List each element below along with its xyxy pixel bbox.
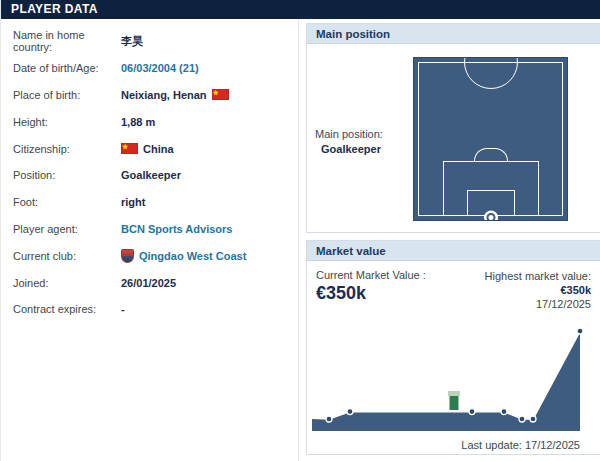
current-market-value: €350k [316,283,426,304]
row-label: Date of birth/Age: [13,62,121,74]
highest-market-value-label: Highest market value: [485,269,591,283]
row-label: Current club: [13,250,121,262]
page-title: PLAYER DATA [11,2,98,16]
row-value: 26/01/2025 [121,277,176,289]
main-position-label-block: Main position: Goalkeeper [315,128,411,155]
club-transfer-marker-icon[interactable] [448,391,460,410]
row-label: Name in home country: [13,29,121,53]
row-value: Neixiang, Henan [121,89,229,101]
table-row-position: Position: Goalkeeper [1,162,298,189]
market-value-data-point[interactable] [530,416,536,422]
market-value-data-point[interactable] [577,328,583,334]
market-value-header: Market value [307,241,600,261]
page-title-bar: PLAYER DATA [1,0,600,19]
market-value-line [312,331,580,419]
date-of-birth-link[interactable]: 06/03/2004 (21) [121,62,199,74]
market-value-panel: Market value Current Market Value : €350… [306,240,600,455]
table-row-contract-expires: Contract expires: - [1,296,298,323]
market-value-data-point[interactable] [347,409,353,415]
table-row-place-of-birth: Place of birth: Neixiang, Henan [1,82,298,109]
row-label: Place of birth: [13,89,121,101]
citizenship-text: China [143,143,174,155]
row-value: Goalkeeper [121,169,181,181]
market-value-summary: Current Market Value : €350k Highest mar… [307,261,600,311]
player-profile-page: PLAYER DATA Name in home country: 李昊 Dat… [0,0,600,461]
row-value: - [121,303,125,315]
market-value-data-point[interactable] [519,416,525,422]
row-label: Player agent: [13,223,121,235]
main-position-value: Goalkeeper [321,143,411,155]
current-club-link[interactable]: Qingdao West Coast [121,249,246,263]
row-value: 李昊 [121,34,143,49]
table-row-height: Height: 1,88 m [1,108,298,135]
pitch-penalty-arc [474,148,508,161]
table-row-joined: Joined: 26/01/2025 [1,269,298,296]
row-value: China [121,143,174,155]
market-value-chart[interactable] [312,329,597,433]
row-label: Citizenship: [13,143,121,155]
market-value-data-point[interactable] [469,409,475,415]
row-label: Height: [13,116,121,128]
table-row-date-of-birth: Date of birth/Age: 06/03/2004 (21) [1,55,298,82]
table-row-current-club: Current club: Qingdao West Coast [1,242,298,269]
row-label: Foot: [13,196,121,208]
main-position-body: Main position: Goalkeeper [307,44,600,232]
place-of-birth-text: Neixiang, Henan [121,89,207,101]
row-label: Joined: [13,277,121,289]
table-row-player-agent: Player agent: BCN Sports Advisors [1,216,298,243]
market-value-data-point[interactable] [326,416,332,422]
pitch-graphic [413,57,568,221]
market-value-area [312,331,580,431]
row-label: Contract expires: [13,303,121,315]
last-update-text: Last update: 17/12/2025 [461,439,580,451]
table-row-citizenship: Citizenship: China [1,135,298,162]
highest-market-value-date: 17/12/2025 [485,297,591,311]
row-value: 1,88 m [121,116,155,128]
player-agent-link[interactable]: BCN Sports Advisors [121,223,232,235]
table-row-name-home-country: Name in home country: 李昊 [1,28,298,55]
main-position-label: Main position: [315,128,411,140]
china-flag-icon [212,89,229,100]
club-crest-icon [121,249,134,263]
goalkeeper-position-marker [486,213,495,221]
current-club-text: Qingdao West Coast [139,250,246,262]
table-row-foot: Foot: right [1,189,298,216]
row-value: right [121,196,145,208]
highest-market-value-block: Highest market value: €350k 17/12/2025 [485,269,591,311]
market-value-data-point[interactable] [501,409,507,415]
player-data-panel: Name in home country: 李昊 Date of birth/A… [1,19,299,461]
current-market-value-label: Current Market Value : [316,269,426,281]
current-market-value-block: Current Market Value : €350k [316,269,426,311]
main-position-panel: Main position Main position: Goalkeeper [306,23,600,233]
china-flag-icon [121,143,138,154]
highest-market-value: €350k [485,283,591,297]
row-label: Position: [13,169,121,181]
main-position-header: Main position [307,24,600,44]
